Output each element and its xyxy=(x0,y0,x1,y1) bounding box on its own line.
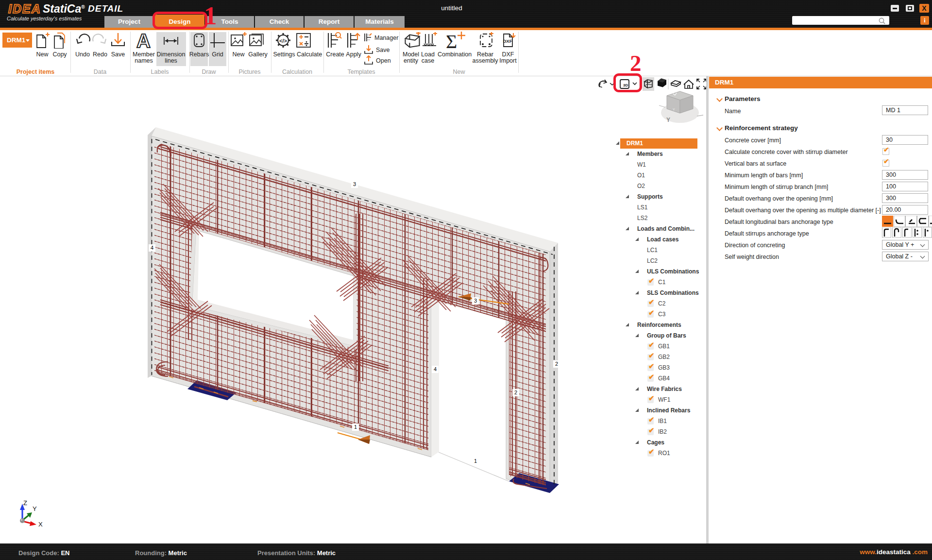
svg-text:Y: Y xyxy=(673,108,675,111)
svg-text:</>: </> xyxy=(279,38,287,44)
svg-text:DXF: DXF xyxy=(503,38,512,44)
svg-text:Z: Z xyxy=(23,499,27,507)
svg-text:X: X xyxy=(38,521,43,528)
svg-text:Y: Y xyxy=(666,117,670,123)
svg-text:Y: Y xyxy=(33,505,37,512)
